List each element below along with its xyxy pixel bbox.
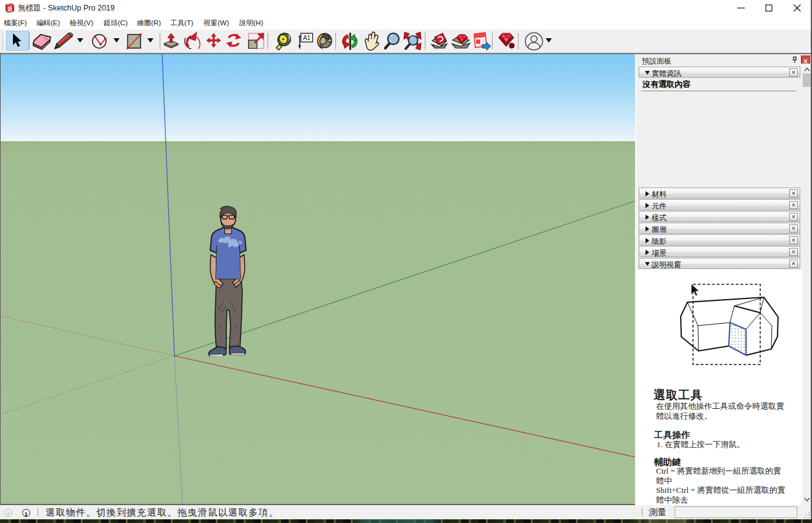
svg-text:A1: A1 xyxy=(303,35,311,41)
